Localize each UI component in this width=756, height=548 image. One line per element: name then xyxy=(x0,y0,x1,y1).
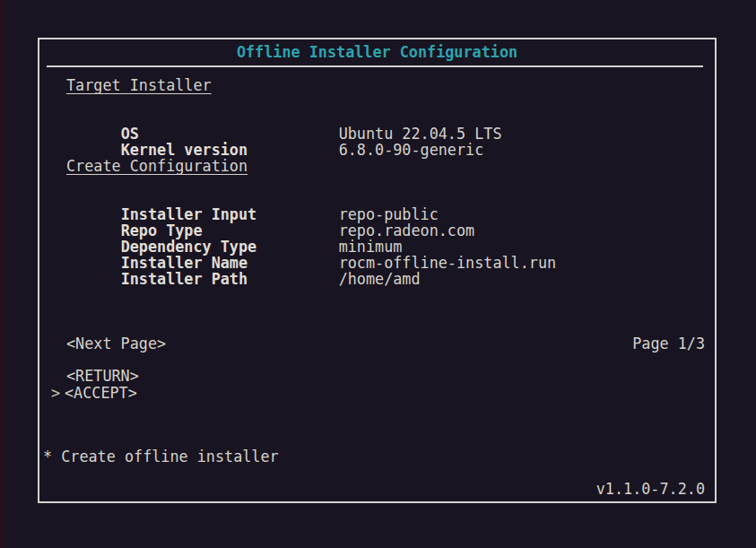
field-label-installer-path: Installer Path xyxy=(121,271,339,287)
offline-installer-config-dialog: Offline Installer Configuration Target I… xyxy=(38,38,717,503)
field-label-kernel-version: Kernel version xyxy=(121,142,339,158)
dialog-title: Offline Installer Configuration xyxy=(39,44,715,60)
field-row-installer-path[interactable]: Installer Path/home/amd xyxy=(66,255,421,303)
page-indicator: Page 1/3 xyxy=(632,335,705,352)
screen-left-edge xyxy=(0,0,3,548)
version-label: v1.1.0-7.2.0 xyxy=(596,481,705,497)
selection-cursor: > xyxy=(51,385,60,401)
section-heading-create-configuration: Create Configuration xyxy=(66,158,248,174)
return-button[interactable]: <RETURN> xyxy=(66,368,139,384)
accept-row: > <ACCEPT> xyxy=(39,384,715,448)
footnote: * Create offline installer xyxy=(43,448,279,465)
field-value-installer-path: /home/amd xyxy=(339,270,421,288)
terminal-screen: { "colors": { "background": "#181421", "… xyxy=(0,0,756,548)
section-heading-target-installer: Target Installer xyxy=(66,77,212,93)
title-divider xyxy=(47,65,703,67)
field-value-kernel-version: 6.8.0-90-generic xyxy=(339,141,484,159)
next-page-button[interactable]: <Next Page> xyxy=(66,335,166,352)
accept-button[interactable]: <ACCEPT> xyxy=(65,385,137,398)
